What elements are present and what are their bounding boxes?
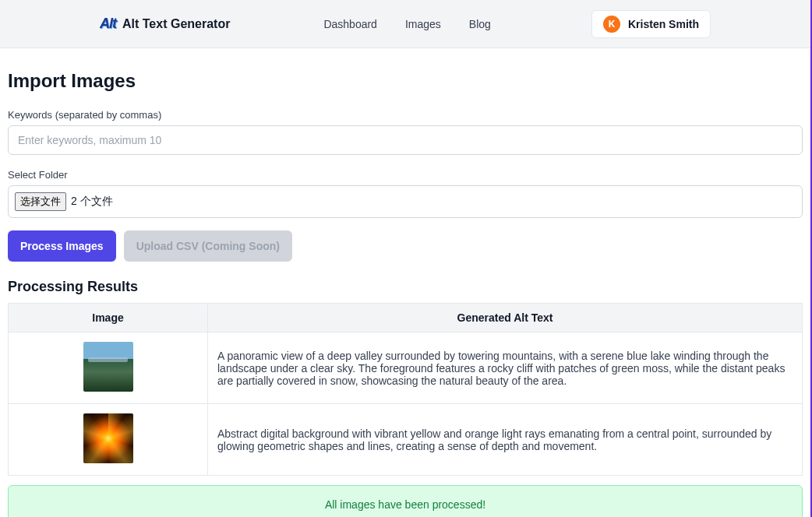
keywords-label: Keywords (separated by commas) (8, 109, 803, 121)
folder-picker: 选择文件 2 个文件 (8, 185, 803, 218)
top-header: Alt Alt Text Generator Dashboard Images … (0, 0, 810, 48)
cell-thumb (9, 332, 208, 404)
user-menu[interactable]: K Kristen Smith (591, 10, 711, 38)
results-title: Processing Results (8, 279, 803, 295)
table-row: Abstract digital background with vibrant… (9, 404, 803, 476)
col-image: Image (9, 304, 208, 332)
col-alt: Generated Alt Text (208, 304, 803, 332)
process-images-button[interactable]: Process Images (8, 230, 116, 262)
choose-files-button[interactable]: 选择文件 (15, 192, 66, 211)
success-banner: All images have been processed! Back To … (8, 485, 803, 517)
folder-label: Select Folder (8, 169, 803, 181)
page-title: Import Images (8, 70, 803, 92)
table-row: A panoramic view of a deep valley surrou… (9, 332, 803, 404)
success-message: All images have been processed! (21, 498, 789, 511)
logo[interactable]: Alt Alt Text Generator (100, 16, 230, 32)
nav-images[interactable]: Images (405, 18, 441, 30)
logo-text: Alt Text Generator (122, 17, 230, 31)
avatar: K (603, 16, 620, 33)
thumbnail-image (83, 413, 133, 463)
main-nav: Dashboard Images Blog (323, 18, 490, 30)
results-table: Image Generated Alt Text A panoramic vie… (8, 303, 803, 476)
cell-thumb (9, 404, 208, 476)
cell-alt-text: A panoramic view of a deep valley surrou… (208, 332, 803, 404)
action-row: Process Images Upload CSV (Coming Soon) (8, 230, 803, 262)
file-count-status: 2 个文件 (71, 195, 113, 209)
nav-dashboard[interactable]: Dashboard (323, 18, 377, 30)
upload-csv-button: Upload CSV (Coming Soon) (124, 230, 292, 262)
user-name: Kristen Smith (628, 18, 699, 30)
cell-alt-text: Abstract digital background with vibrant… (208, 404, 803, 476)
keywords-input[interactable] (8, 125, 803, 155)
logo-icon: Alt (100, 16, 116, 32)
thumbnail-image (83, 342, 133, 392)
main-content: Import Images Keywords (separated by com… (0, 48, 810, 517)
nav-blog[interactable]: Blog (469, 18, 491, 30)
